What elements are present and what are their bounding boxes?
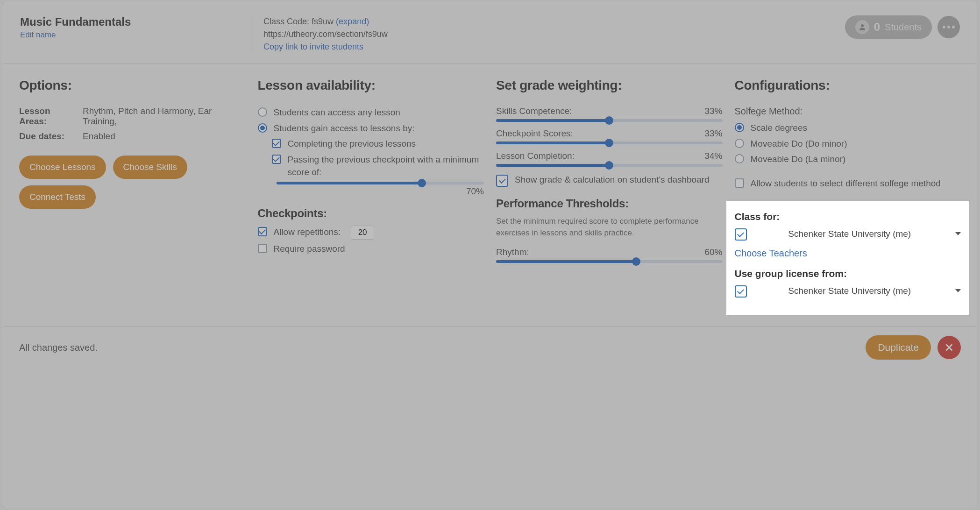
class-for-label: Class for: [735, 211, 961, 222]
students-label: Students [885, 22, 922, 33]
configurations-heading: Configurations: [735, 78, 961, 93]
choose-teachers-link[interactable]: Choose Teachers [735, 248, 807, 258]
duplicate-button[interactable]: Duplicate [866, 335, 931, 360]
weighting-heading: Set grade weighting: [496, 78, 723, 93]
check-prev-lessons-label: Completing the previous lessons [288, 137, 416, 150]
choose-lessons-button[interactable]: Choose Lessons [19, 156, 106, 179]
radio-scale-degrees[interactable] [735, 123, 744, 132]
require-password-label: Require password [274, 242, 345, 255]
allow-student-solfege-label: Allow students to select different solfe… [751, 177, 941, 190]
configurations-column: Configurations: Solfege Method: Scale de… [735, 78, 961, 315]
students-count-pill[interactable]: 0 Students [845, 15, 932, 39]
check-prev-lessons[interactable] [272, 139, 281, 148]
caret-down-icon [955, 232, 961, 235]
radio-any-lesson-label: Students can access any lesson [274, 106, 400, 119]
class-assignment-panel: Class for: Schenker State University (me… [726, 201, 970, 315]
thresholds-heading: Performance Thresholds: [496, 197, 723, 210]
radio-moveable-do-do-label: Moveable Do (Do minor) [751, 137, 847, 150]
class-for-value: Schenker State University (me) [753, 229, 946, 239]
checkpoint-scores-label: Checkpoint Scores: [496, 128, 573, 139]
check-show-dashboard[interactable] [496, 175, 508, 187]
options-column: Options: Lesson Areas: Rhythm, Pitch and… [19, 78, 246, 315]
lesson-areas-value: Rhythm, Pitch and Harmony, Ear Training, [83, 106, 246, 127]
solfege-method-label: Solfege Method: [735, 106, 961, 117]
radio-scale-degrees-label: Scale degrees [751, 121, 807, 135]
copy-invite-link[interactable]: Copy link to invite students [263, 42, 363, 51]
class-code-value: fs9uw [312, 17, 334, 26]
checkpoints-heading: Checkpoints: [258, 207, 484, 220]
rhythm-slider[interactable] [496, 260, 723, 263]
radio-moveable-do-do[interactable] [735, 139, 744, 148]
students-count: 0 [874, 21, 880, 34]
check-prev-checkpoint-label: Passing the previous checkpoint with a m… [288, 153, 484, 179]
skills-label: Skills Competence: [496, 106, 572, 116]
class-title: Music Fundamentals [20, 15, 235, 28]
edit-name-link[interactable]: Edit name [20, 30, 56, 40]
lesson-completion-slider[interactable] [496, 164, 723, 167]
weighting-column: Set grade weighting: Skills Competence: … [496, 78, 723, 315]
availability-heading: Lesson availability: [258, 78, 484, 93]
show-dashboard-label: Show grade & calculation on student's da… [515, 173, 710, 186]
license-dropdown[interactable]: Schenker State University (me) [735, 284, 961, 298]
class-code-block: Class Code: fs9uw (expand) https://utheo… [254, 15, 388, 53]
min-score-value: 70% [277, 186, 484, 197]
class-header: Music Fundamentals Edit name Class Code:… [3, 3, 977, 64]
rhythm-label: Rhythm: [496, 247, 529, 257]
checkpoint-scores-pct: 33% [704, 128, 722, 139]
license-label: Use group license from: [735, 268, 961, 279]
radio-moveable-do-la-label: Moveable Do (La minor) [751, 153, 846, 166]
caret-down-icon [955, 289, 961, 292]
repetitions-input[interactable] [351, 226, 374, 240]
check-require-password[interactable] [258, 244, 267, 253]
skills-pct: 33% [704, 106, 722, 116]
rhythm-pct: 60% [704, 247, 722, 257]
more-menu-button[interactable] [937, 16, 960, 38]
close-button[interactable] [937, 336, 961, 359]
check-license[interactable] [735, 285, 747, 298]
options-heading: Options: [19, 78, 246, 93]
availability-column: Lesson availability: Students can access… [258, 78, 484, 315]
allow-repetitions-label: Allow repetitions: [274, 226, 341, 239]
due-dates-label: Due dates: [19, 131, 75, 142]
lesson-completion-label: Lesson Completion: [496, 151, 575, 161]
thresholds-desc: Set the minimum required score to comple… [496, 216, 723, 239]
lesson-completion-pct: 34% [704, 151, 722, 161]
license-value: Schenker State University (me) [753, 286, 946, 296]
radio-gated-access-label: Students gain access to lessons by: [274, 122, 415, 135]
checkpoint-scores-slider[interactable] [496, 142, 723, 144]
check-allow-student-solfege[interactable] [735, 178, 744, 188]
radio-moveable-do-la[interactable] [735, 154, 744, 163]
class-for-dropdown[interactable]: Schenker State University (me) [735, 227, 961, 241]
person-icon [855, 20, 869, 34]
min-score-slider[interactable] [277, 182, 484, 184]
radio-any-lesson[interactable] [258, 107, 267, 117]
choose-skills-button[interactable]: Choose Skills [113, 156, 187, 179]
radio-gated-access[interactable] [258, 123, 267, 133]
footer-bar: All changes saved. Duplicate [3, 327, 977, 370]
due-dates-value: Enabled [83, 131, 246, 142]
skills-slider[interactable] [496, 119, 723, 122]
class-code-label: Class Code: [263, 17, 309, 26]
lesson-areas-label: Lesson Areas: [19, 106, 75, 127]
expand-code-link[interactable]: (expand) [336, 17, 369, 26]
check-class-for[interactable] [735, 228, 747, 241]
save-status: All changes saved. [19, 342, 98, 353]
check-allow-repetitions[interactable] [258, 227, 267, 236]
class-url: https://utheory.com/section/fs9uw [263, 28, 388, 41]
connect-tests-button[interactable]: Connect Tests [19, 185, 96, 209]
check-prev-checkpoint[interactable] [272, 155, 281, 164]
